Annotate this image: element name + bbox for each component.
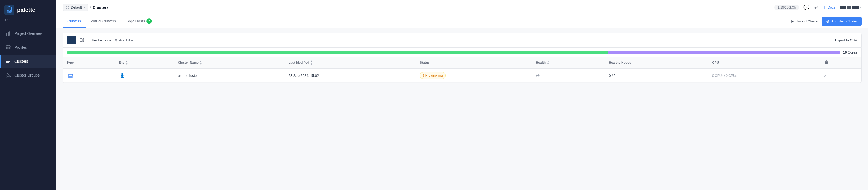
list-icon (5, 58, 11, 64)
table-row[interactable]: azure-cluster 23 Sep 2024, 15:02 ) Provi… (63, 69, 861, 83)
row-expand-arrow[interactable]: › (824, 73, 826, 78)
workspace-selector[interactable]: Default ▾ (63, 4, 88, 11)
sidebar-item-cluster-groups[interactable]: Cluster Groups (0, 69, 56, 82)
settings-icon[interactable]: ⚙ (824, 60, 829, 65)
breadcrumb-current: Clusters (93, 5, 109, 10)
chevron-down-icon: ▾ (83, 5, 85, 9)
chart-icon (5, 30, 11, 36)
cell-arrow[interactable]: › (820, 69, 861, 83)
tab-clusters[interactable]: Clusters (63, 15, 86, 28)
health-icon: ⊖ (536, 73, 540, 78)
cores-progress-section: 10 Cores (63, 48, 862, 57)
health-sort-icon: ▲▼ (547, 60, 550, 65)
add-new-cluster-button[interactable]: ⊕ Add New Cluster (822, 17, 862, 26)
cell-last-modified: 23 Sep 2024, 15:02 (285, 69, 416, 83)
healthy-nodes-value: 0 / 2 (609, 74, 616, 78)
cluster-type-icon (66, 72, 74, 79)
svg-rect-7 (6, 62, 9, 63)
cell-cluster-name: azure-cluster (174, 69, 285, 83)
export-csv-button[interactable]: Export to CSV (835, 38, 857, 42)
cell-health: ⊖ (532, 69, 605, 83)
last-modified-value: 23 Sep 2024, 15:02 (289, 74, 319, 78)
avatar-expand-icon[interactable]: ▾ (860, 6, 862, 9)
docs-label: Docs (827, 5, 835, 9)
svg-rect-14 (66, 6, 67, 7)
th-env-label: Env (118, 61, 124, 64)
th-type-label: Type (66, 61, 74, 64)
th-cpu: CPU (709, 57, 820, 69)
th-last-modified[interactable]: Last Modified ▲▼ (285, 57, 416, 69)
svg-rect-15 (68, 6, 69, 7)
th-cluster-name[interactable]: Cluster Name ▲▼ (174, 57, 285, 69)
svg-point-32 (68, 74, 69, 75)
cluster-icon (67, 73, 73, 78)
add-filter-button[interactable]: ⊕ Add Filter (115, 38, 134, 42)
sidebar: palette 4.4.19 Project Overview (0, 0, 56, 190)
cell-cpu: 0 CPUs / 0 CPUs (709, 69, 820, 83)
sidebar-nav: Project Overview Profiles (0, 25, 56, 84)
tab-virtual-clusters[interactable]: Virtual Clusters (86, 15, 121, 28)
view-toggles (67, 36, 86, 44)
th-env[interactable]: Env ▲▼ (115, 57, 174, 69)
tabs: Clusters Virtual Clusters Edge Hosts 2 (63, 15, 157, 28)
th-type: Type (63, 57, 115, 69)
plus-icon: ⊕ (826, 19, 830, 24)
import-icon (791, 19, 795, 24)
tab-clusters-label: Clusters (67, 19, 81, 23)
logo-text: palette (17, 7, 35, 13)
link-icon[interactable]: ☍ (813, 4, 818, 10)
svg-point-4 (6, 46, 10, 47)
add-filter-label: Add Filter (119, 38, 134, 42)
svg-rect-16 (66, 8, 67, 9)
svg-rect-1 (6, 33, 7, 35)
th-settings[interactable]: ⚙ (820, 57, 861, 69)
workspace-label: Default (71, 5, 82, 9)
th-health-label: Health (536, 61, 546, 64)
cell-type (63, 69, 115, 83)
table: Type Env ▲▼ (63, 57, 861, 83)
th-healthy-nodes-label: Healthy Nodes (609, 61, 631, 64)
sidebar-item-project-overview[interactable]: Project Overview (0, 27, 56, 40)
sidebar-item-label-cluster-groups: Cluster Groups (14, 73, 39, 77)
sidebar-item-profiles[interactable]: Profiles (0, 41, 56, 54)
tab-virtual-clusters-label: Virtual Clusters (91, 19, 116, 23)
tab-edge-hosts[interactable]: Edge Hosts 2 (121, 15, 157, 28)
import-cluster-button[interactable]: Import Cluster (791, 19, 819, 24)
filter-area: Filter by: none ⊕ Add Filter (90, 38, 134, 42)
th-health[interactable]: Health ▲▼ (532, 57, 605, 69)
clusters-table: Type Env ▲▼ (63, 57, 862, 83)
import-cluster-label: Import Cluster (797, 19, 819, 23)
plus-circle-icon: ⊕ (115, 38, 118, 42)
svg-line-11 (7, 74, 8, 76)
tabs-bar: Clusters Virtual Clusters Edge Hosts 2 I… (56, 15, 868, 28)
breadcrumb: Default ▾ / Clusters (63, 4, 772, 11)
tab-edge-hosts-label: Edge Hosts (126, 19, 145, 23)
sidebar-item-clusters[interactable]: Clusters (0, 55, 56, 68)
cores-unit: Cores (848, 50, 857, 54)
export-csv-label: Export to CSV (835, 38, 857, 42)
avatar-group: ▾ (840, 6, 862, 9)
table-header-row: Type Env ▲▼ (63, 57, 861, 69)
th-healthy-nodes: Healthy Nodes (605, 57, 709, 69)
th-cluster-name-label: Cluster Name (178, 61, 198, 64)
palette-logo-icon (4, 5, 14, 15)
chat-icon[interactable]: 💬 (803, 4, 809, 10)
th-last-modified-label: Last Modified (289, 61, 309, 64)
azure-env-icon (118, 72, 126, 79)
filter-label: Filter by: none (90, 38, 112, 42)
provisioning-indicator: ) (423, 73, 424, 78)
svg-point-34 (68, 77, 69, 77)
svg-rect-5 (6, 60, 10, 60)
sidebar-item-label-clusters: Clusters (14, 59, 28, 63)
breadcrumb-separator: / (90, 5, 91, 10)
svg-rect-17 (68, 8, 69, 9)
list-view-button[interactable] (67, 36, 76, 44)
add-new-cluster-label: Add New Cluster (831, 19, 857, 23)
docs-button[interactable]: Docs (823, 5, 835, 9)
sidebar-logo: palette (0, 0, 56, 18)
svg-rect-6 (6, 61, 10, 62)
docs-icon (823, 6, 826, 9)
map-view-button[interactable] (77, 36, 86, 44)
cores-progress-bar (67, 51, 840, 54)
layers-icon (5, 45, 11, 50)
